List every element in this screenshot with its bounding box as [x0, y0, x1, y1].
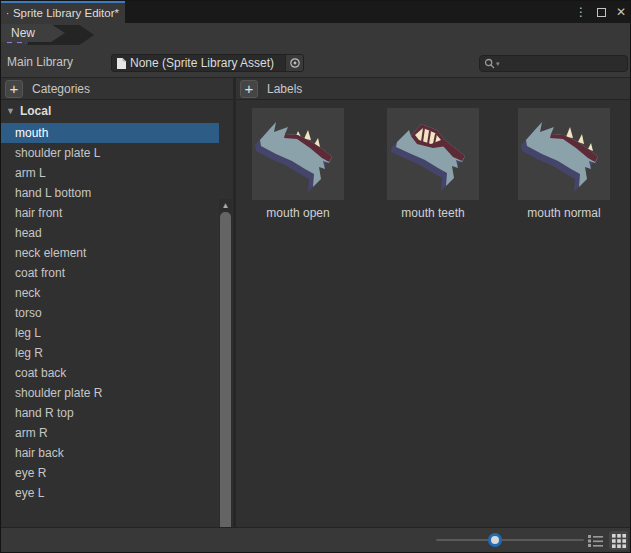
- category-row[interactable]: eye L: [1, 483, 219, 503]
- grid-view-button[interactable]: [609, 531, 628, 550]
- local-foldout-label: Local: [20, 104, 51, 118]
- labels-panel: mouth open mouth teeth: [236, 100, 630, 529]
- category-row[interactable]: hand L bottom: [1, 183, 219, 203]
- label-item-mouth-normal[interactable]: mouth normal: [518, 108, 610, 220]
- scroll-up-icon[interactable]: ▲: [219, 199, 232, 211]
- grid-view-icon: [612, 534, 626, 548]
- menu-icon[interactable]: ⋮: [575, 6, 587, 18]
- category-row[interactable]: hair front: [1, 203, 219, 223]
- sprite-thumbnail: [518, 108, 610, 200]
- label-name: mouth normal: [518, 206, 610, 220]
- maximize-icon[interactable]: [597, 8, 606, 17]
- categories-scrollbar[interactable]: ▲ ▼: [219, 199, 232, 529]
- categories-title: Categories: [32, 82, 90, 96]
- category-row[interactable]: shoulder plate R: [1, 383, 219, 403]
- category-list: mouthshoulder plate Larm Lhand L bottomh…: [1, 123, 219, 503]
- category-row[interactable]: torso: [1, 303, 219, 323]
- label-item-mouth-open[interactable]: mouth open: [252, 108, 344, 220]
- local-foldout[interactable]: ▼ Local: [1, 100, 233, 121]
- scrollbar-thumb[interactable]: [220, 212, 231, 529]
- list-view-button[interactable]: [586, 531, 605, 550]
- sprite-library-editor-window: Sprite Library Editor* ⋮ ✕ New Revert Sa…: [0, 0, 631, 553]
- category-row[interactable]: coat back: [1, 363, 219, 383]
- add-category-button[interactable]: +: [5, 80, 23, 98]
- category-row[interactable]: shoulder plate L: [1, 143, 219, 163]
- category-row[interactable]: leg L: [1, 323, 219, 343]
- sprite-library-icon: [7, 7, 9, 20]
- category-row[interactable]: hair back: [1, 443, 219, 463]
- search-icon: [484, 58, 495, 69]
- category-row[interactable]: leg R: [1, 343, 219, 363]
- object-picker-button[interactable]: [285, 55, 303, 71]
- sprite-thumbnail: [387, 108, 479, 200]
- category-row[interactable]: arm R: [1, 423, 219, 443]
- categories-panel: ▼ Local mouthshoulder plate Larm Lhand L…: [1, 100, 233, 529]
- asset-doc-icon: [116, 57, 127, 70]
- window-controls: ⋮ ✕: [575, 1, 626, 23]
- search-field[interactable]: ▾: [479, 55, 628, 72]
- thumbnail-size-slider[interactable]: [436, 539, 584, 541]
- close-icon[interactable]: ✕: [616, 6, 626, 18]
- add-label-button[interactable]: +: [240, 80, 258, 98]
- toolbar: New Revert Save Auto Save: [1, 23, 630, 47]
- new-button-label: New: [11, 26, 35, 40]
- bottom-bar: [1, 527, 630, 552]
- main-library-row: Main Library None (Sprite Library Asset)…: [1, 47, 630, 78]
- list-view-icon: [588, 534, 603, 547]
- labels-header: + Labels: [236, 78, 630, 100]
- tab-title: Sprite Library Editor*: [13, 7, 119, 19]
- category-row[interactable]: coat front: [1, 263, 219, 283]
- main-library-value: None (Sprite Library Asset): [127, 56, 285, 70]
- search-input[interactable]: [501, 58, 623, 70]
- mouth-normal-sprite: [518, 108, 610, 200]
- tab-strip: Sprite Library Editor* ⋮ ✕: [1, 1, 630, 23]
- object-picker-icon: [289, 57, 301, 69]
- category-row[interactable]: arm L: [1, 163, 219, 183]
- label-name: mouth teeth: [387, 206, 479, 220]
- mouth-open-sprite: [252, 108, 344, 200]
- category-row[interactable]: eye R: [1, 463, 219, 483]
- slider-handle[interactable]: [488, 533, 502, 547]
- main-library-label: Main Library: [7, 55, 73, 69]
- labels-title: Labels: [267, 82, 302, 96]
- main-library-object-field[interactable]: None (Sprite Library Asset): [111, 54, 304, 72]
- mouth-teeth-sprite: [387, 108, 479, 200]
- label-name: mouth open: [252, 206, 344, 220]
- category-row[interactable]: hand R top: [1, 403, 219, 423]
- search-filter-caret-icon: ▾: [496, 60, 500, 68]
- category-row[interactable]: mouth: [1, 123, 219, 143]
- label-item-mouth-teeth[interactable]: mouth teeth: [387, 108, 479, 220]
- category-row[interactable]: neck: [1, 283, 219, 303]
- category-row[interactable]: neck element: [1, 243, 219, 263]
- foldout-triangle-icon: ▼: [6, 106, 15, 116]
- category-row[interactable]: head: [1, 223, 219, 243]
- tab-sprite-library-editor[interactable]: Sprite Library Editor*: [1, 1, 125, 23]
- categories-header: + Categories: [1, 78, 233, 100]
- sprite-thumbnail: [252, 108, 344, 200]
